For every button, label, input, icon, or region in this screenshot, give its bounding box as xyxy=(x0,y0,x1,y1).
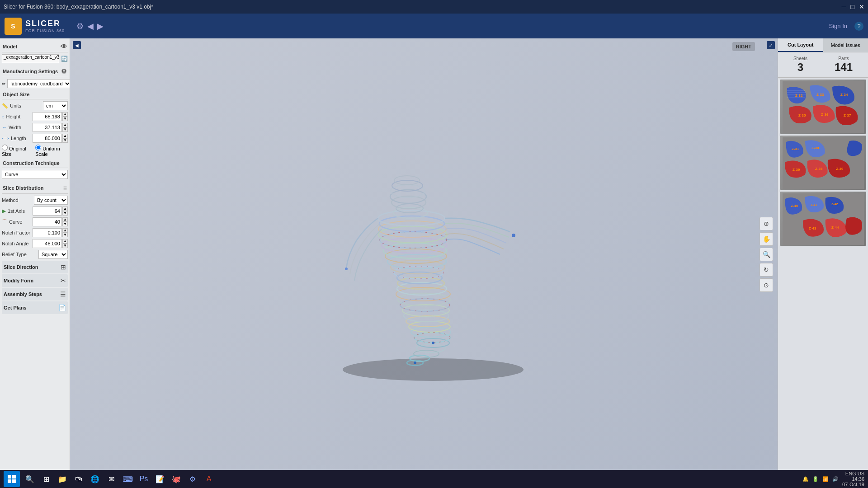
relief-type-select[interactable]: Square xyxy=(38,250,68,259)
sheet-card-3[interactable]: Z-40 Z-41 Z-42 Z-43 Z-44 xyxy=(780,192,866,246)
height-down[interactable]: ▼ xyxy=(62,117,68,121)
help-button[interactable]: ? xyxy=(854,22,863,31)
slice-distribution-icon[interactable]: ≡ xyxy=(63,184,67,192)
notch-angle-row: Notch Angle 48.000 ▲ ▼ xyxy=(2,239,68,248)
notch-factor-row: Notch Factor 0.100 ▲ ▼ xyxy=(2,228,68,237)
sheets-stat: Sheets 3 xyxy=(793,56,807,74)
axis1-row: ▶ 1st Axis 64 ▲ ▼ xyxy=(2,206,68,216)
svg-text:Z-43: Z-43 xyxy=(809,226,816,230)
curve-input[interactable]: 40 xyxy=(33,217,62,226)
taskbar-mail-button[interactable]: ✉ xyxy=(104,472,118,486)
width-down[interactable]: ▼ xyxy=(62,127,68,132)
start-button[interactable] xyxy=(4,471,20,487)
taskbar-search-button[interactable]: 🔍 xyxy=(23,472,37,486)
height-input-wrap: 68.198 ▲ ▼ xyxy=(33,112,68,121)
slice-direction-label: Slice Direction xyxy=(4,264,38,270)
notch-angle-down[interactable]: ▼ xyxy=(62,244,68,248)
pan-button[interactable]: ✋ xyxy=(760,232,773,246)
height-row: ↕ Height 68.198 ▲ ▼ xyxy=(2,112,68,121)
original-size-label[interactable]: Original Size xyxy=(2,145,32,157)
viewport[interactable]: ◀ RIGHT ⤢ xyxy=(70,38,778,470)
taskbar-fusion-button[interactable]: ⚙ xyxy=(185,472,200,486)
notch-angle-input[interactable]: 48.000 xyxy=(33,239,62,248)
maximize-button[interactable]: □ xyxy=(851,3,854,10)
get-plans-row[interactable]: Get Plans 📄 xyxy=(2,301,68,314)
minimize-button[interactable]: ─ xyxy=(842,3,846,10)
taskbar-photoshop-button[interactable]: Ps xyxy=(137,472,151,486)
notch-factor-down[interactable]: ▼ xyxy=(62,233,68,237)
length-down[interactable]: ▼ xyxy=(62,138,68,143)
tab-model-issues[interactable]: Model Issues xyxy=(823,38,868,52)
view-label: RIGHT xyxy=(732,42,755,51)
construction-header: Construction Technique xyxy=(2,159,68,168)
close-button[interactable]: ✕ xyxy=(859,3,864,10)
svg-point-42 xyxy=(414,361,416,364)
rotate-button[interactable]: ↻ xyxy=(760,263,773,277)
notch-factor-up[interactable]: ▲ xyxy=(62,228,68,233)
uniform-scale-radio[interactable] xyxy=(35,145,41,150)
sheet-card-2[interactable]: Z-31 Z-38 Z-39 Z-35 Z-36 xyxy=(780,136,866,190)
titlebar: Slicer for Fusion 360: body_exxageration… xyxy=(0,0,868,14)
width-up[interactable]: ▲ xyxy=(62,123,68,127)
width-input[interactable]: 37.113 xyxy=(33,123,62,132)
manufacturing-settings-icon[interactable]: ⚙ xyxy=(61,68,67,75)
orbit-button[interactable]: ⊙ xyxy=(760,278,773,292)
length-up[interactable]: ▲ xyxy=(62,134,68,138)
main-content: Model 👁 _exxageration_cartoon1_v3 🔄 Manu… xyxy=(0,38,868,470)
collapse-button[interactable]: ◀ xyxy=(73,41,81,49)
notch-factor-input[interactable]: 0.100 xyxy=(33,228,62,237)
left-panel: Model 👁 _exxageration_cartoon1_v3 🔄 Manu… xyxy=(0,38,70,470)
taskbar-sticky-button[interactable]: 📝 xyxy=(153,472,167,486)
units-label: Units xyxy=(10,103,41,108)
axis1-down[interactable]: ▼ xyxy=(62,211,68,216)
object-size-header: Object Size xyxy=(2,90,68,99)
construction-select[interactable]: Curve xyxy=(2,170,68,179)
curve-label: Curve xyxy=(9,219,31,225)
uniform-scale-label[interactable]: Uniform Scale xyxy=(35,145,68,157)
zoom-to-fit-button[interactable]: ⊕ xyxy=(760,217,773,230)
units-select[interactable]: cm xyxy=(43,101,68,110)
width-icon: ↔ xyxy=(2,125,7,130)
taskbar-github-button[interactable]: 🐙 xyxy=(169,472,184,486)
manufacturing-preset-select[interactable]: fabricademy_cardboard xyxy=(7,79,70,88)
taskbar-volume-icon[interactable]: 🔊 xyxy=(832,476,839,482)
taskbar-store-button[interactable]: 🛍 xyxy=(71,472,86,486)
axis1-input[interactable]: 64 xyxy=(33,206,62,216)
length-input[interactable]: 80.000 xyxy=(33,134,62,143)
back-button[interactable]: ◀ xyxy=(87,21,94,31)
model-label: Model xyxy=(3,44,17,49)
signin-button[interactable]: Sign In xyxy=(829,23,847,29)
method-select[interactable]: By count xyxy=(34,196,68,205)
parts-value: 141 xyxy=(835,61,853,74)
taskbar-network-icon[interactable]: 📶 xyxy=(822,476,829,482)
curve-up[interactable]: ▲ xyxy=(62,217,68,222)
forward-button[interactable]: ▶ xyxy=(97,21,104,31)
assembly-steps-row[interactable]: Assembly Steps ☰ xyxy=(2,288,68,300)
zoom-button[interactable]: 🔍 xyxy=(760,248,773,261)
taskbar-explorer-button[interactable]: 📁 xyxy=(55,472,70,486)
viewport-fullscreen-button[interactable]: ⤢ xyxy=(767,41,775,49)
taskbar-chrome-button[interactable]: 🌐 xyxy=(88,472,102,486)
curve-down[interactable]: ▼ xyxy=(62,222,68,226)
notch-angle-up[interactable]: ▲ xyxy=(62,239,68,244)
settings-icon[interactable]: ⚙ xyxy=(76,21,84,31)
height-up[interactable]: ▲ xyxy=(62,112,68,117)
modify-form-row[interactable]: Modify Form ✂ xyxy=(2,274,68,287)
model-section-header: Model 👁 xyxy=(2,41,68,52)
original-size-radio[interactable] xyxy=(2,145,8,150)
tab-cut-layout[interactable]: Cut Layout xyxy=(778,38,823,52)
window-controls: ─ □ ✕ xyxy=(842,3,864,10)
model-visibility-icon[interactable]: 👁 xyxy=(61,43,67,50)
slice-direction-row[interactable]: Slice Direction ⊞ xyxy=(2,261,68,273)
sheet-card-1[interactable]: Z-32 Z-33 Z-34 Z-35 Z-36 Z-37 xyxy=(780,80,866,134)
taskbar-taskview-button[interactable]: ⊞ xyxy=(39,472,53,486)
taskbar-autodesk-button[interactable]: A xyxy=(202,472,216,486)
manufacturing-header: Manufacturing Settings ⚙ xyxy=(2,66,68,77)
axis1-up[interactable]: ▲ xyxy=(62,206,68,211)
notch-factor-spin: ▲ ▼ xyxy=(62,228,68,237)
logo-text: SLICER FOR FUSION 360 xyxy=(25,19,65,33)
taskbar-powershell-button[interactable]: ⌨ xyxy=(120,472,135,486)
model-refresh-icon[interactable]: 🔄 xyxy=(61,56,68,62)
height-input[interactable]: 68.198 xyxy=(33,112,62,121)
taskbar-notification-icon[interactable]: 🔔 xyxy=(802,476,809,482)
